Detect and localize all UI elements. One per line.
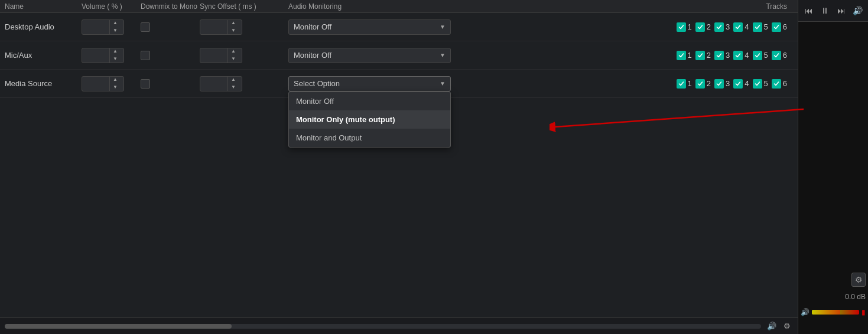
track-6-label: 6: [783, 51, 787, 60]
scrollbar-thumb[interactable]: [5, 324, 232, 329]
track-5-checkbox-mic-aux[interactable]: [753, 51, 762, 60]
sync-input-mic-aux[interactable]: 0: [200, 51, 227, 60]
sync-arrows-mic-aux: ▲ ▼: [227, 48, 239, 63]
row-monitoring-mic-aux: Monitor Off ▼: [288, 48, 466, 63]
volume-arrows-mic-aux: ▲ ▼: [109, 48, 121, 63]
settings-gear-button[interactable]: ⚙: [851, 273, 866, 287]
volume-spinbox-desktop-audio[interactable]: 100 ▲ ▼: [82, 19, 124, 35]
table-row: Mic/Aux 100 ▲ ▼ 0 ▲ ▼: [0, 41, 798, 70]
row-volume-media-source: 100 ▲ ▼: [82, 76, 141, 91]
volume-down-mic-aux[interactable]: ▼: [110, 55, 121, 63]
track-item: 6: [772, 22, 787, 32]
sync-up-desktop-audio[interactable]: ▲: [228, 19, 239, 27]
track-1-checkbox-mic-aux[interactable]: [677, 51, 686, 60]
track-6-checkbox-media-source[interactable]: [772, 79, 781, 89]
sync-spinbox-media-source[interactable]: 0 ▲ ▼: [200, 76, 242, 91]
bottom-scrollbar-bar: 🔊 ⚙: [0, 317, 798, 334]
speaker-icon-button[interactable]: 🔊: [766, 320, 778, 332]
preview-area: [798, 22, 868, 334]
transport-fastforward-button[interactable]: ⏭: [836, 5, 847, 17]
track-1-label: 1: [688, 22, 692, 31]
column-header-name: Name: [5, 2, 82, 11]
volume-down-desktop-audio[interactable]: ▼: [110, 27, 121, 35]
downmix-checkbox-desktop-audio[interactable]: [141, 22, 150, 32]
sync-spinbox-desktop-audio[interactable]: 0 ▲ ▼: [200, 19, 242, 35]
downmix-checkbox-mic-aux[interactable]: [141, 51, 150, 60]
dropdown-option-monitor-only[interactable]: Monitor Only (mute output): [289, 110, 450, 129]
track-3-checkbox-media-source[interactable]: [714, 79, 724, 89]
track-3-checkbox-desktop-audio[interactable]: [714, 22, 724, 32]
volume-spinbox-mic-aux[interactable]: 100 ▲ ▼: [82, 48, 124, 63]
volume-down-media-source[interactable]: ▼: [110, 84, 121, 91]
sync-input-media-source[interactable]: 0: [200, 79, 227, 88]
dropdown-option-monitor-off[interactable]: Monitor Off: [289, 92, 450, 110]
track-1-checkbox-desktop-audio[interactable]: [677, 22, 686, 32]
table-row: Desktop Audio 100 ▲ ▼ 0 ▲ ▼: [0, 13, 798, 41]
volume-up-media-source[interactable]: ▲: [110, 76, 121, 84]
transport-pause-button[interactable]: ⏸: [820, 5, 831, 17]
horizontal-scrollbar[interactable]: [5, 324, 761, 329]
track-item: 6: [772, 79, 787, 89]
track-item: 3: [714, 22, 730, 32]
sync-spinbox-mic-aux[interactable]: 0 ▲ ▼: [200, 48, 242, 63]
track-1-label: 1: [688, 79, 692, 88]
track-3-label: 3: [726, 51, 730, 60]
volume-up-mic-aux[interactable]: ▲: [110, 48, 121, 55]
db-level-display: 0.0 dB: [801, 293, 866, 301]
volume-input-desktop-audio[interactable]: 100: [82, 22, 109, 31]
monitoring-select-desktop-audio[interactable]: Monitor Off ▼: [288, 19, 451, 35]
track-2-label: 2: [707, 51, 711, 60]
track-item: 1: [677, 51, 692, 60]
sync-down-mic-aux[interactable]: ▼: [228, 55, 239, 63]
track-5-label: 5: [764, 79, 768, 88]
transport-rewind-button[interactable]: ⏮: [803, 5, 815, 17]
track-6-checkbox-mic-aux[interactable]: [772, 51, 781, 60]
track-4-checkbox-media-source[interactable]: [733, 79, 743, 89]
row-sync-media-source: 0 ▲ ▼: [200, 76, 288, 91]
sync-down-media-source[interactable]: ▼: [228, 84, 239, 91]
transport-volume-button[interactable]: 🔊: [852, 5, 864, 17]
volume-input-media-source[interactable]: 100: [82, 79, 109, 88]
volume-input-mic-aux[interactable]: 100: [82, 51, 109, 60]
sync-arrows-desktop-audio: ▲ ▼: [227, 19, 239, 35]
column-header-sync: Sync Offset ( ms ): [200, 2, 288, 11]
track-6-checkbox-desktop-audio[interactable]: [772, 22, 781, 32]
track-item: 4: [733, 79, 749, 89]
track-5-checkbox-desktop-audio[interactable]: [753, 22, 762, 32]
dropdown-option-monitor-and-output[interactable]: Monitor and Output: [289, 129, 450, 147]
volume-up-desktop-audio[interactable]: ▲: [110, 19, 121, 27]
gear-icon-button[interactable]: ⚙: [781, 320, 793, 332]
row-sync-desktop-audio: 0 ▲ ▼: [200, 19, 288, 35]
track-1-checkbox-media-source[interactable]: [677, 79, 686, 89]
track-item: 2: [695, 22, 711, 32]
monitoring-select-media-source[interactable]: Select Option ▼: [288, 76, 451, 91]
track-2-checkbox-media-source[interactable]: [695, 79, 705, 89]
volume-spinbox-media-source[interactable]: 100 ▲ ▼: [82, 76, 124, 91]
track-item: 3: [714, 51, 730, 60]
sync-down-desktop-audio[interactable]: ▼: [228, 27, 239, 35]
track-item: 4: [733, 22, 749, 32]
track-item: 5: [753, 79, 768, 89]
monitoring-value-mic-aux: Monitor Off: [294, 51, 331, 60]
track-2-checkbox-desktop-audio[interactable]: [695, 22, 705, 32]
row-name-desktop-audio: Desktop Audio: [5, 22, 82, 31]
track-2-checkbox-mic-aux[interactable]: [695, 51, 705, 60]
track-2-label: 2: [707, 22, 711, 31]
transport-controls: ⏮ ⏸ ⏭ 🔊: [798, 0, 868, 22]
track-4-checkbox-mic-aux[interactable]: [733, 51, 743, 60]
downmix-checkbox-media-source[interactable]: [141, 79, 150, 89]
monitoring-select-mic-aux[interactable]: Monitor Off ▼: [288, 48, 451, 63]
track-5-checkbox-media-source[interactable]: [753, 79, 762, 89]
row-monitoring-media-source: Select Option ▼ Monitor Off Monitor Only…: [288, 76, 466, 91]
track-3-label: 3: [726, 22, 730, 31]
track-4-checkbox-desktop-audio[interactable]: [733, 22, 743, 32]
track-item: 5: [753, 22, 768, 32]
sync-up-media-source[interactable]: ▲: [228, 76, 239, 84]
column-header-volume: Volume ( % ): [82, 2, 141, 11]
sync-up-mic-aux[interactable]: ▲: [228, 48, 239, 55]
track-3-checkbox-mic-aux[interactable]: [714, 51, 724, 60]
track-5-label: 5: [764, 22, 768, 31]
track-1-label: 1: [688, 51, 692, 60]
monitoring-value-desktop-audio: Monitor Off: [294, 22, 331, 31]
sync-input-desktop-audio[interactable]: 0: [200, 22, 227, 31]
